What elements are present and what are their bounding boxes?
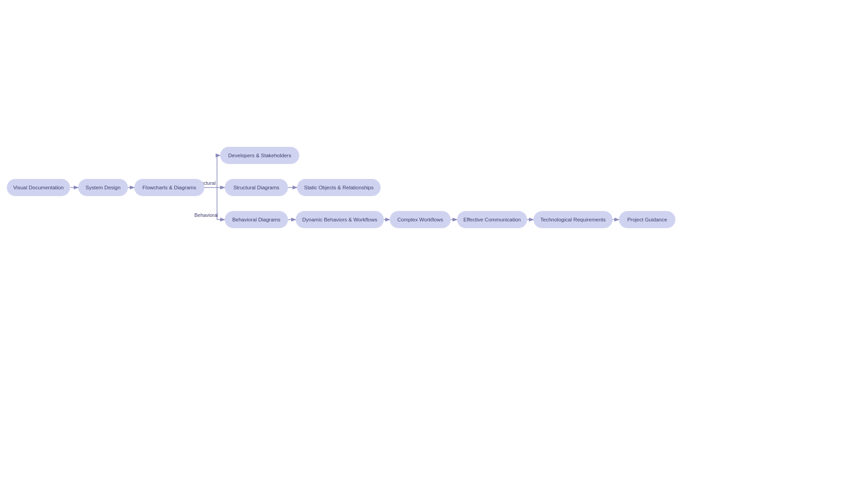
- node-dynamic-behaviors: Dynamic Behaviors & Workflows: [296, 211, 384, 228]
- node-developers-stakeholders: Developers & Stakeholders: [220, 147, 299, 164]
- node-project-guidance: Project Guidance: [619, 211, 675, 228]
- node-technological-requirements: Technological Requirements: [533, 211, 613, 228]
- node-structural-diagrams: Structural Diagrams: [225, 179, 288, 196]
- node-effective-communication: Effective Communication: [457, 211, 527, 228]
- node-flowcharts-diagrams: Flowcharts & Diagrams: [134, 179, 204, 196]
- node-visual-documentation: Visual Documentation: [7, 179, 70, 196]
- svg-text:Behavioral: Behavioral: [194, 212, 218, 218]
- node-static-objects: Static Objects & Relationships: [297, 179, 381, 196]
- node-system-design: System Design: [78, 179, 128, 196]
- node-complex-workflows: Complex Workflows: [390, 211, 451, 228]
- node-behavioral-diagrams: Behavioral Diagrams: [225, 211, 288, 228]
